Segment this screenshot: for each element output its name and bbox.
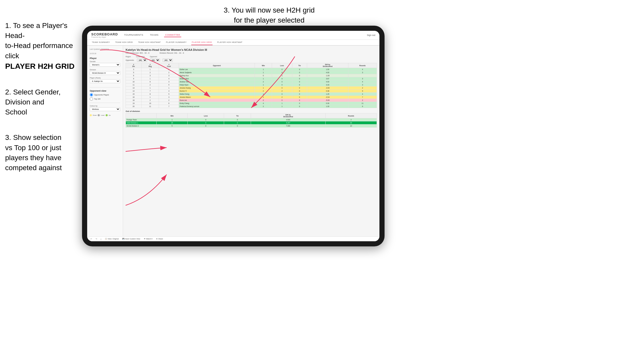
tab-player-summary[interactable]: PLAYER SUMMARY xyxy=(165,40,187,45)
save-custom-view-button[interactable]: 💾 Save Custom View xyxy=(122,238,141,240)
cell-diff: -1.00 xyxy=(307,74,348,77)
watch-button[interactable]: 👁 Watch ▾ xyxy=(143,238,153,240)
cell-loss: 0 xyxy=(272,71,292,74)
legend: Down Level Up xyxy=(90,114,120,116)
out-of-division-table: Win Loss Tie Diff AvStrokes/Rnd Rounds F… xyxy=(126,113,377,128)
tab-team-h2h-heatmap[interactable]: TEAM H2H HEATMAP xyxy=(137,40,161,45)
cell-ood-win: 1 xyxy=(157,118,188,121)
cell-tie: 0 xyxy=(292,86,307,90)
cell-div: 16 xyxy=(126,96,142,99)
cell-rounds: 2 xyxy=(348,99,377,102)
table-row: NAIA Division 1 15 0 0 9.267 30 xyxy=(126,121,377,124)
cell-win: 1 xyxy=(255,96,272,99)
tab-player-h2h-heatmap[interactable]: PLAYER H2H HEATMAP xyxy=(217,40,243,45)
radio-opponents-played-input[interactable] xyxy=(90,93,93,97)
cell-win: 1 xyxy=(255,93,272,96)
nav-tournaments[interactable]: TOURNAMENTS xyxy=(123,33,144,37)
opponent-name-select[interactable]: (All) xyxy=(163,59,173,62)
region-filter-group: Region xyxy=(126,56,131,57)
table-row: 5 2 2 Alexis Sudjianto 1 0 0 4.00 3 xyxy=(126,71,377,74)
tab-team-summary[interactable]: TEAM SUMMARY xyxy=(91,40,110,45)
col-conf: #Conf xyxy=(159,63,179,68)
radio-opponents-played[interactable]: Opponents Played xyxy=(90,93,120,97)
filter-row: Region Conference Opponent xyxy=(126,56,377,57)
cell-ood-diff: 4.500 xyxy=(251,118,325,121)
toolbar: ↩ ↪ | 📋 View: Original 💾 Save Custom Vie… xyxy=(87,236,379,241)
sign-out-button[interactable]: Sign out xyxy=(367,34,375,36)
cell-win: 0 xyxy=(255,74,272,77)
table-row: 13 1 1 Jessica Huang 1 0 0 -3.00 2 xyxy=(126,86,377,90)
col-reg: #Reg xyxy=(141,63,159,68)
table-row: NCAA Division 2 5 0 0 7.400 10 xyxy=(126,124,377,128)
cell-conf: 1 xyxy=(159,68,179,71)
cell-diff: 4.00 xyxy=(307,71,348,74)
redo-button[interactable]: ↪ xyxy=(95,238,98,240)
cell-div: 19 xyxy=(126,102,142,105)
logo: SCOREBOARD Powered by clippd xyxy=(91,32,118,38)
main-data-table: #Div #Reg #Conf Opponent Win Loss Tie Di… xyxy=(126,63,377,108)
cell-loss: 2 xyxy=(272,90,292,93)
cell-opponent: Esther Lee xyxy=(179,68,255,71)
cell-tie: 0 xyxy=(292,102,307,105)
cell-loss: 0 xyxy=(272,83,292,86)
cell-div: 15 xyxy=(126,93,142,96)
nav-committee[interactable]: COMMITTEE xyxy=(164,33,181,37)
cell-ood-opponent: NCAA Division 2 xyxy=(126,124,157,128)
cell-win: 2 xyxy=(255,90,272,93)
left-panel: Last Updated: 27/03/2024 16:55:38 Player… xyxy=(87,46,123,236)
grid-title: Katelyn Vo Head-to-Head Grid for Women's… xyxy=(126,48,377,51)
step3-right-text: 3. You will now see H2H grid for the pla… xyxy=(224,6,315,24)
cell-diff: 1.50 xyxy=(307,68,348,71)
cell-win: 2 xyxy=(255,105,272,108)
table-row: 6 3 3 Sydney Kuo 0 1 0 -1.00 xyxy=(126,74,377,77)
cell-reg: 1 xyxy=(141,68,159,71)
player-rank-select[interactable]: 8. Katelyn Vo xyxy=(90,79,120,83)
division-record: Division Record: 331 - 34 - 6 xyxy=(160,52,184,54)
cell-reg: 8 xyxy=(141,93,159,96)
instructions-top-right: 3. You will now see H2H grid for the pla… xyxy=(192,5,346,25)
legend-down-label: Down xyxy=(93,114,97,116)
opponent-view-title: Opponent view xyxy=(90,90,120,92)
tablet-screen: SCOREBOARD Powered by clippd TOURNAMENTS… xyxy=(87,31,379,241)
nav-teams[interactable]: TEAMS xyxy=(149,33,160,37)
cell-tie: 0 xyxy=(292,83,307,86)
tab-player-h2h-grid[interactable]: PLAYER H2H GRID xyxy=(191,40,213,45)
opponent-view-radio-group: Opponents Played Top 100 xyxy=(90,93,120,101)
cell-rounds: 2 xyxy=(348,86,377,90)
opponents-select[interactable]: (All) xyxy=(137,59,147,62)
player-rank-label: Player (Rank) xyxy=(90,77,120,79)
undo-button[interactable]: ↩ xyxy=(90,238,93,240)
table-row: 11 2 5 Heejo Hyun 1 0 0 3.33 3 xyxy=(126,83,377,86)
view-original-button[interactable]: 📋 View: Original xyxy=(104,238,119,240)
table-row: Foreign Team 1 0 0 4.500 2 xyxy=(126,118,377,121)
cell-rounds: 4 xyxy=(348,93,377,96)
radio-top100[interactable]: Top 100 xyxy=(90,97,120,101)
division-select[interactable]: NCAA Division III xyxy=(90,71,120,75)
cell-loss: 0 xyxy=(272,86,292,90)
radio-top100-input[interactable] xyxy=(90,97,93,101)
cell-opponent: Stella Cheng xyxy=(179,93,255,96)
colour-by-select[interactable]: Win/loss xyxy=(90,107,120,111)
col-opponent: Opponent xyxy=(179,63,255,68)
cell-conf: 2 xyxy=(159,71,179,74)
cell-div: 3 xyxy=(126,68,142,71)
cell-diff: -3.00 xyxy=(307,86,348,90)
gender-select[interactable]: Women's Men's xyxy=(90,63,120,67)
logo-title: SCOREBOARD xyxy=(91,32,118,36)
tablet: SCOREBOARD Powered by clippd TOURNAMENTS… xyxy=(82,26,385,246)
conference-select[interactable]: (All) xyxy=(150,59,160,62)
cell-ood-rounds: 2 xyxy=(325,118,377,121)
gender-label: Gender xyxy=(90,61,120,62)
cell-win: 1 xyxy=(255,68,272,71)
timestamp: Last Updated: 27/03/2024 xyxy=(90,48,120,50)
toolbar-separator: | xyxy=(100,238,102,240)
col-tie: Tie xyxy=(292,63,307,68)
cell-loss: 1 xyxy=(272,102,292,105)
col-rounds: Rounds xyxy=(348,63,377,68)
cell-tie: 0 xyxy=(292,80,307,83)
cell-diff: -5.00 xyxy=(307,99,348,102)
col-ood-rounds: Rounds xyxy=(325,113,377,118)
share-button[interactable]: ⬆ Share xyxy=(155,238,164,240)
tab-team-h2h-grid[interactable]: TEAM H2H GRID xyxy=(115,40,133,45)
cell-ood-rounds: 10 xyxy=(325,124,377,128)
